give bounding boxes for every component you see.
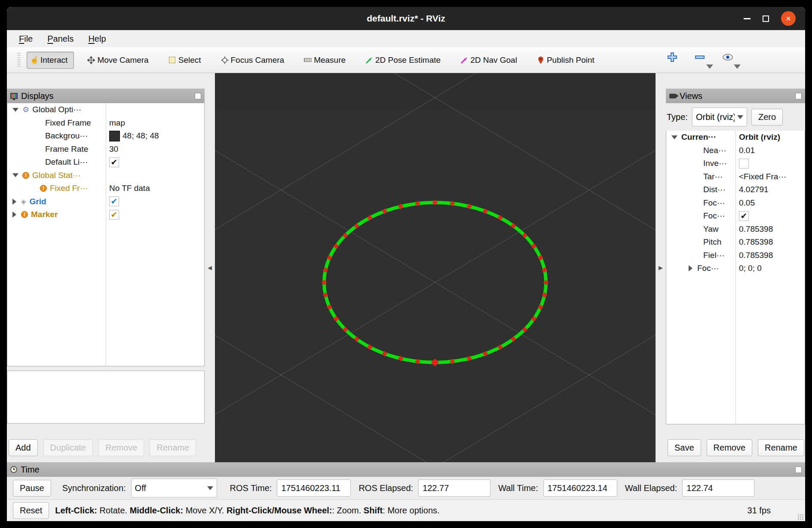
expanded-arrow-icon[interactable] bbox=[12, 173, 18, 177]
hand-cursor-icon: ☝ bbox=[31, 56, 38, 64]
reset-button[interactable]: Reset bbox=[13, 502, 49, 519]
menu-help[interactable]: Help bbox=[88, 34, 106, 44]
rename-view-button[interactable]: Rename bbox=[758, 439, 804, 456]
displays-buttons: Add Duplicate Remove Rename bbox=[7, 439, 205, 462]
time-panel-title: Time bbox=[21, 465, 40, 475]
color-swatch[interactable] bbox=[109, 131, 120, 141]
expanded-arrow-icon[interactable] bbox=[671, 135, 677, 139]
resize-grip[interactable] bbox=[797, 514, 803, 520]
tool-focus-camera-button[interactable]: Focus Camera bbox=[217, 52, 291, 69]
warning-icon: ! bbox=[22, 172, 29, 179]
window-frame: default.rviz* - RViz × File Panels Help … bbox=[7, 7, 805, 521]
tool-2d-nav-goal-button[interactable]: 2D Nav Goal bbox=[457, 52, 524, 69]
collapsed-arrow-icon[interactable] bbox=[12, 199, 16, 205]
time-float-button[interactable] bbox=[795, 467, 802, 473]
add-tool-button[interactable] bbox=[667, 52, 681, 69]
move-arrows-icon bbox=[87, 56, 95, 64]
displays-panel-titlebar: Displays bbox=[7, 89, 205, 103]
close-icon[interactable]: × bbox=[781, 11, 796, 26]
ros-elapsed-field[interactable]: 122.77 bbox=[418, 479, 490, 497]
tool-publish-point-button[interactable]: Publish Point bbox=[533, 52, 601, 69]
view-type-row: Type: Orbit (rviz) Zero bbox=[666, 103, 805, 131]
type-label: Type: bbox=[667, 112, 688, 122]
window-controls: × bbox=[744, 7, 796, 30]
collapsed-arrow-icon[interactable] bbox=[12, 212, 16, 218]
minimize-icon[interactable] bbox=[744, 18, 751, 19]
displays-panel: Displays ⚙Global Opti··· Fixed Frame map… bbox=[7, 73, 205, 462]
time-controls: Pause Synchronization: Off ROS Time: 175… bbox=[7, 477, 805, 499]
zero-button[interactable]: Zero bbox=[751, 109, 783, 126]
right-splitter[interactable]: ▶ bbox=[656, 73, 666, 462]
collapsed-arrow-icon[interactable] bbox=[689, 265, 692, 271]
maximize-icon[interactable] bbox=[763, 15, 769, 22]
titlebar: default.rviz* - RViz × bbox=[7, 7, 805, 30]
grid-icon: ◈ bbox=[21, 198, 26, 206]
tool-move-camera-button[interactable]: Move Camera bbox=[83, 52, 155, 69]
chevron-down-icon[interactable] bbox=[706, 64, 713, 69]
views-tree: Curren··· Orbit (rviz) Nea··· 0.01 Inve·… bbox=[666, 131, 805, 424]
duplicate-button: Duplicate bbox=[43, 439, 93, 456]
ruler-icon bbox=[304, 56, 312, 64]
selection-box-icon bbox=[169, 56, 176, 64]
save-button[interactable]: Save bbox=[668, 439, 701, 456]
3d-viewport[interactable] bbox=[215, 73, 656, 462]
window-title: default.rviz* - RViz bbox=[367, 13, 445, 24]
remove-view-button[interactable]: Remove bbox=[707, 439, 752, 456]
chevron-down-icon bbox=[737, 115, 743, 119]
focus-crosshair-icon bbox=[221, 56, 229, 64]
menubar: File Panels Help bbox=[7, 30, 805, 47]
view-type-select[interactable]: Orbit (rviz) bbox=[692, 107, 747, 126]
collapse-right-icon[interactable]: ▶ bbox=[659, 264, 663, 271]
map-pin-icon bbox=[537, 56, 545, 64]
toolbar: ☝ Interact Move Camera Select Focus Came… bbox=[7, 47, 805, 73]
status-bar: Reset Left-Click: Rotate. Middle-Click: … bbox=[7, 499, 805, 521]
remove-button: Remove bbox=[98, 439, 144, 456]
displays-panel-title: Displays bbox=[21, 91, 54, 101]
tool-interact-button[interactable]: ☝ Interact bbox=[27, 52, 74, 69]
left-splitter[interactable]: ◀ bbox=[205, 73, 215, 462]
visibility-tool-button[interactable] bbox=[722, 52, 736, 69]
sync-label: Synchronization: bbox=[62, 483, 126, 493]
toolbar-drag-handle[interactable] bbox=[17, 53, 21, 68]
tool-measure-button[interactable]: Measure bbox=[300, 52, 352, 69]
chevron-down-icon[interactable] bbox=[734, 64, 741, 69]
expanded-arrow-icon[interactable] bbox=[12, 108, 18, 112]
checkbox-checked[interactable]: ✔ bbox=[109, 157, 119, 167]
magenta-arrow-icon bbox=[460, 56, 468, 64]
views-icon bbox=[669, 94, 676, 98]
chevron-down-icon bbox=[207, 486, 213, 490]
add-button[interactable]: Add bbox=[9, 439, 38, 456]
rename-button: Rename bbox=[150, 439, 196, 456]
main-area: Displays ⚙Global Opti··· Fixed Frame map… bbox=[7, 73, 805, 462]
checkbox-checked[interactable]: ✔ bbox=[739, 211, 749, 221]
wall-time-field[interactable]: 1751460223.14 bbox=[543, 479, 617, 497]
time-panel: Time Pause Synchronization: Off ROS Time… bbox=[7, 462, 805, 499]
ros-time-field[interactable]: 1751460223.11 bbox=[277, 479, 351, 497]
warning-icon: ! bbox=[40, 185, 47, 192]
viewport-canvas bbox=[215, 73, 656, 462]
wall-elapsed-field[interactable]: 122.74 bbox=[682, 479, 754, 497]
rviz-window: default.rviz* - RViz × File Panels Help … bbox=[0, 0, 812, 528]
menu-file[interactable]: File bbox=[19, 34, 33, 44]
checkbox-checked[interactable]: ✔ bbox=[109, 196, 119, 206]
sync-select[interactable]: Off bbox=[131, 479, 217, 497]
pause-button[interactable]: Pause bbox=[13, 480, 51, 497]
views-float-button[interactable] bbox=[795, 93, 802, 99]
tool-select-button[interactable]: Select bbox=[165, 52, 208, 69]
display-description-pane bbox=[7, 371, 205, 424]
clock-icon bbox=[10, 466, 17, 473]
checkbox-checked[interactable]: ✔ bbox=[109, 210, 119, 220]
wall-time-label: Wall Time: bbox=[498, 483, 538, 493]
remove-tool-button[interactable] bbox=[694, 52, 709, 69]
column-divider[interactable] bbox=[106, 103, 106, 366]
views-panel-title: Views bbox=[680, 91, 702, 101]
displays-float-button[interactable] bbox=[195, 93, 201, 99]
checkbox-unchecked[interactable] bbox=[739, 159, 749, 169]
collapse-left-icon[interactable]: ◀ bbox=[208, 264, 212, 271]
wall-elapsed-label: Wall Elapsed: bbox=[625, 483, 677, 493]
views-panel-titlebar: Views bbox=[666, 89, 805, 103]
menu-panels[interactable]: Panels bbox=[47, 34, 74, 44]
toolbar-right-group bbox=[667, 52, 736, 69]
tool-2d-pose-estimate-button[interactable]: 2D Pose Estimate bbox=[362, 52, 447, 69]
column-divider[interactable] bbox=[735, 131, 736, 424]
